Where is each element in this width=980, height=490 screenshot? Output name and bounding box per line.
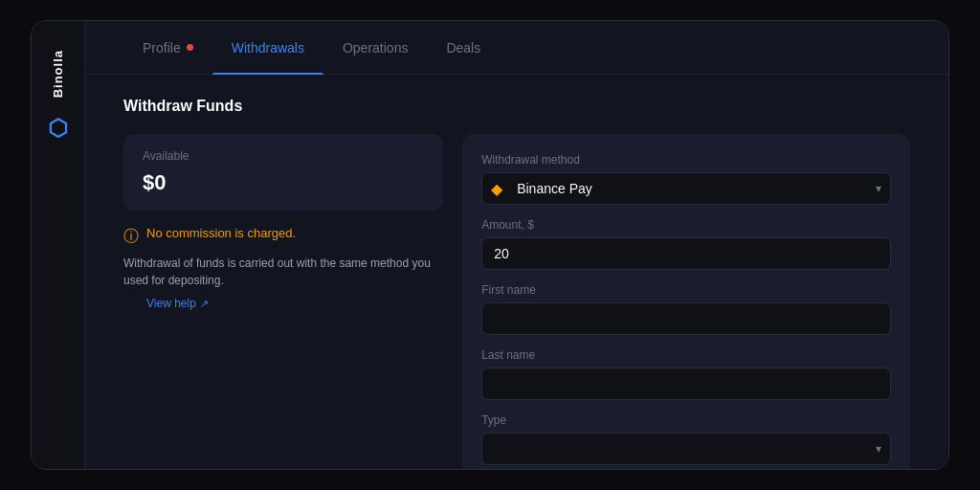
lastname-label: Last name	[481, 348, 891, 362]
app-logo-icon: ⬡	[48, 115, 68, 142]
tab-profile-label: Profile	[143, 40, 181, 56]
main-content: Profile Withdrawals Operations Deals Wit…	[85, 21, 948, 469]
type-label: Type	[481, 413, 891, 427]
tab-operations-label: Operations	[343, 40, 408, 56]
tab-withdrawals-label: Withdrawals	[232, 40, 304, 56]
tab-withdrawals[interactable]: Withdrawals	[212, 21, 323, 75]
type-select[interactable]	[481, 433, 891, 465]
info-icon: ⓘ	[123, 227, 139, 247]
tab-deals-label: Deals	[446, 40, 480, 56]
external-link-icon: ↗	[200, 298, 209, 310]
tab-profile[interactable]: Profile	[123, 21, 212, 75]
view-help-label: View help	[146, 297, 196, 310]
info-block: ⓘ No commission is charged. Withdrawal o…	[123, 226, 443, 310]
page-body: Withdraw Funds Available $0 ⓘ No commiss…	[85, 75, 948, 469]
page-title: Withdraw Funds	[123, 98, 910, 115]
firstname-group: First name	[481, 283, 891, 335]
available-label: Available	[143, 149, 424, 163]
amount-label: Amount, $	[481, 218, 891, 232]
sidebar: Binolla ⬡	[32, 21, 85, 469]
tab-deals[interactable]: Deals	[427, 21, 500, 75]
firstname-input[interactable]	[481, 302, 891, 335]
lastname-group: Last name	[481, 348, 891, 400]
available-card: Available $0	[123, 134, 443, 211]
view-help-link[interactable]: View help ↗	[146, 297, 443, 310]
left-panel: Available $0 ⓘ No commission is charged.…	[123, 134, 443, 469]
amount-input[interactable]	[481, 237, 891, 270]
lastname-input[interactable]	[481, 368, 891, 400]
method-label: Withdrawal method	[481, 153, 891, 167]
logo-area: Binolla ⬡	[48, 40, 68, 142]
withdrawal-method-group: Withdrawal method ◆ Binance Pay ▾	[481, 153, 891, 205]
info-badge-text: No commission is charged.	[146, 226, 296, 240]
firstname-label: First name	[481, 283, 891, 297]
amount-group: Amount, $	[481, 218, 891, 270]
content-grid: Available $0 ⓘ No commission is charged.…	[123, 134, 910, 469]
tab-operations[interactable]: Operations	[323, 21, 427, 75]
type-dropdown-wrapper: ▾	[481, 433, 891, 465]
available-value: $0	[143, 170, 424, 195]
profile-notification-dot	[187, 44, 193, 51]
type-group: Type ▾	[481, 413, 891, 465]
app-name: Binolla	[51, 50, 65, 98]
info-badge-row: ⓘ No commission is charged.	[123, 226, 443, 247]
info-description: Withdrawal of funds is carried out with …	[123, 255, 443, 289]
main-container: Binolla ⬡ Profile Withdrawals Operations…	[31, 20, 949, 470]
method-dropdown-wrapper: ◆ Binance Pay ▾	[481, 172, 891, 205]
tab-navigation: Profile Withdrawals Operations Deals	[85, 21, 948, 75]
method-select[interactable]: Binance Pay	[481, 172, 891, 205]
right-panel: Withdrawal method ◆ Binance Pay ▾ Amount…	[462, 134, 910, 469]
